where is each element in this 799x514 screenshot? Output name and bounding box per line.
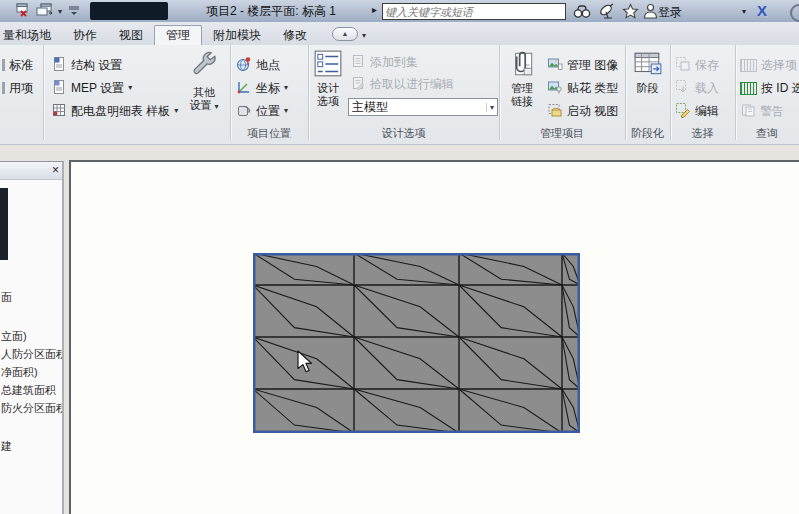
- chevron-down-icon: ▾: [486, 103, 494, 112]
- tab-collaborate[interactable]: 协作: [62, 26, 108, 45]
- sign-in-button[interactable]: 登录: [658, 4, 682, 21]
- structural-settings-button[interactable]: 结构 设置: [51, 56, 122, 74]
- project-browser-header: ×: [0, 162, 62, 180]
- title-flyout-arrow-icon[interactable]: ▸: [372, 4, 377, 15]
- select-items-button: 选择项: [740, 56, 797, 74]
- edit-selection-button[interactable]: 编辑: [675, 102, 719, 120]
- close-hidden-windows-icon[interactable]: [14, 2, 30, 22]
- panel-schedule-templates-button[interactable]: 配电盘明细表 样板 ▾: [51, 102, 178, 120]
- coordinate-axes-icon: [236, 79, 252, 98]
- pick-to-edit-button: 拾取以进行编辑: [350, 75, 454, 93]
- favorites-star-icon[interactable]: [622, 3, 639, 23]
- select-by-id-button[interactable]: 按 ID 选: [740, 79, 799, 97]
- add-to-set-button: 添加到集: [350, 53, 418, 71]
- window-title: 项目2 - 楼层平面: 标高 1: [170, 0, 372, 22]
- globe-pin-icon: [236, 56, 252, 75]
- title-bar: ▾ 项目2 - 楼层平面: 标高 1 ▸: [0, 0, 799, 23]
- revit-window: ▾ 项目2 - 楼层平面: 标高 1 ▸: [0, 0, 799, 514]
- tab-addins[interactable]: 附加模块: [202, 26, 272, 45]
- position-button[interactable]: 位置 ▾: [236, 102, 288, 120]
- sign-in-caret-icon[interactable]: ▾: [742, 7, 746, 16]
- panel-label: 设计选项: [308, 126, 499, 140]
- active-design-option-select[interactable]: 主模型 ▾: [348, 98, 498, 116]
- paperclip-page-icon: [507, 69, 537, 81]
- tree-item[interactable]: 总建筑面积: [1, 383, 56, 398]
- design-options-list-icon: [313, 69, 343, 81]
- position-icon: [236, 102, 252, 121]
- communication-center-icon[interactable]: [598, 3, 616, 23]
- chevron-down-icon: ▾: [128, 84, 132, 92]
- pick-to-edit-icon: [350, 75, 366, 94]
- panel-label: 管理项目: [499, 126, 625, 140]
- mouse-cursor: [297, 350, 313, 373]
- save-selection-icon: [675, 56, 691, 75]
- panel-label: 选择: [670, 126, 735, 140]
- additional-settings-button[interactable]: 其他 设置 ▾: [181, 49, 227, 112]
- cut-icon: [2, 59, 5, 71]
- panel-schedule-icon: [51, 102, 67, 121]
- barcode-cursor-icon: [740, 82, 757, 95]
- tab-manage[interactable]: 管理: [154, 25, 202, 45]
- panel-project-standards: 标准 用项: [0, 45, 44, 140]
- customize-qat-icon[interactable]: [67, 3, 81, 21]
- selected-floor-pattern-element[interactable]: [253, 253, 580, 433]
- obscured-region: [0, 188, 8, 260]
- chevron-down-icon: ▾: [174, 107, 178, 115]
- exchange-apps-icon[interactable]: X: [757, 2, 767, 19]
- chevron-down-icon: ▾: [284, 84, 288, 92]
- phases-table-icon: [633, 69, 663, 81]
- tree-item[interactable]: 建: [1, 439, 12, 454]
- add-to-set-icon: [350, 53, 366, 72]
- mep-settings-button[interactable]: MEP 设置 ▾: [51, 79, 132, 97]
- panel-label: 查询: [735, 126, 799, 140]
- search-input[interactable]: [382, 3, 566, 20]
- panel-selection: 保存 载入 编辑: [670, 45, 736, 140]
- load-selection-button: 载入: [675, 79, 719, 97]
- close-icon[interactable]: ×: [52, 163, 59, 177]
- location-button[interactable]: 地点: [236, 56, 280, 74]
- starting-view-button[interactable]: 启动 视图: [547, 102, 618, 120]
- quick-access-toolbar: ▾: [14, 2, 81, 22]
- search-binoculars-icon[interactable]: [572, 3, 592, 23]
- minimize-ribbon-caret-icon[interactable]: ▾: [362, 32, 366, 40]
- purge-unused-button[interactable]: 用项: [2, 79, 33, 97]
- panel-manage-project: 管理 链接 管理 图像: [499, 45, 626, 140]
- panel-inquiry: 选择项 按 ID 选 警告 查询: [735, 45, 799, 140]
- help-icon[interactable]: [790, 4, 799, 22]
- manage-links-button[interactable]: 管理 链接: [502, 49, 542, 108]
- tab-massing-site[interactable]: 量和场地: [0, 26, 62, 45]
- panel-label: 阶段化: [625, 126, 670, 140]
- tab-view[interactable]: 视图: [108, 26, 154, 45]
- transfer-standards-button[interactable]: 标准: [2, 56, 33, 74]
- design-options-button[interactable]: 设计 选项: [311, 49, 345, 108]
- coordinates-button[interactable]: 坐标 ▾: [236, 79, 288, 97]
- tree-item[interactable]: 面: [1, 290, 12, 305]
- user-icon[interactable]: [643, 3, 658, 23]
- project-browser-panel: × 面 立面) 人防分区面积 净面积) 总建筑面积 防火分区面积 建: [0, 161, 64, 514]
- tab-modify[interactable]: 修改: [272, 26, 318, 45]
- decal-icon: [547, 79, 563, 98]
- tree-item[interactable]: 防火分区面积: [1, 401, 64, 416]
- minimize-ribbon-button[interactable]: ▲: [332, 27, 358, 41]
- tree-item[interactable]: 立面): [1, 329, 27, 344]
- mep-settings-icon: [51, 79, 67, 98]
- image-icon: [547, 56, 563, 75]
- chevron-down-icon: ▾: [215, 102, 219, 111]
- tree-item[interactable]: 人防分区面积: [1, 347, 64, 362]
- save-selection-button: 保存: [675, 56, 719, 74]
- ribbon-tab-bar: 量和场地 协作 视图 管理 附加模块 修改 ▲ ▾: [0, 22, 799, 45]
- panel-design-options: 设计 选项 添加到集: [308, 45, 500, 140]
- warnings-button: 警告: [740, 102, 784, 120]
- switch-windows-icon[interactable]: [35, 2, 53, 22]
- edit-pencil-icon: [675, 102, 691, 121]
- cut-icon: [2, 82, 5, 94]
- manage-images-button[interactable]: 管理 图像: [547, 56, 618, 74]
- tree-item[interactable]: 净面积): [1, 365, 38, 380]
- decal-types-button[interactable]: 贴花 类型: [547, 79, 618, 97]
- switch-windows-caret-icon[interactable]: ▾: [58, 8, 62, 16]
- chevron-down-icon: ▾: [284, 107, 288, 115]
- phases-button[interactable]: 阶段: [625, 49, 670, 95]
- panel-phasing: 阶段 阶段化: [625, 45, 671, 140]
- warnings-icon: [740, 102, 756, 121]
- obscured-region: [90, 2, 168, 20]
